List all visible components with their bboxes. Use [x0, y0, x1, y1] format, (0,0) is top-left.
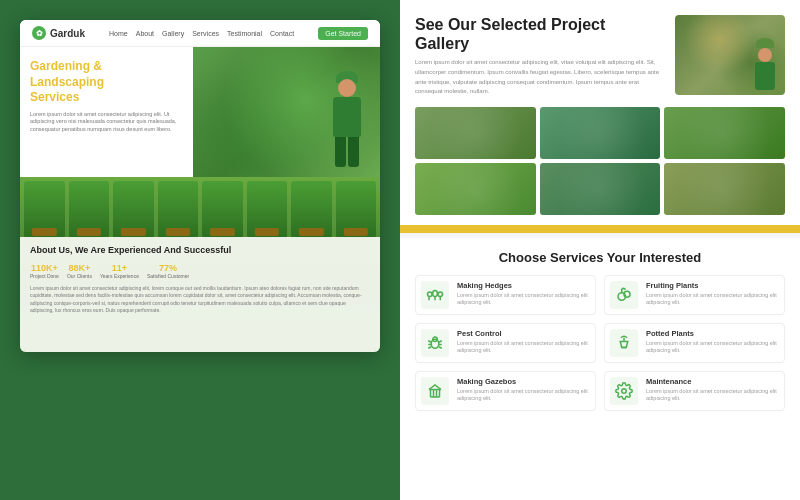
- gazebos-text: Making Gazebos Lorem ipsum dolor sit ame…: [457, 377, 590, 403]
- gallery-description: Lorem ipsum dolor sit amet consectetur a…: [415, 58, 663, 96]
- get-started-button[interactable]: Get Started: [318, 27, 368, 40]
- potted-text: Potted Plants Lorem ipsum dolor sit amet…: [646, 329, 779, 355]
- gallery-thumb-6[interactable]: [664, 163, 785, 215]
- stat-projects-number: 110K+: [30, 263, 59, 273]
- plant-pot-1: [24, 181, 65, 238]
- stat-clients-number: 88K+: [67, 263, 92, 273]
- gallery-section: See Our Selected Project Gallery Lorem i…: [400, 0, 800, 225]
- hero-section: Gardening & Landscaping Services Lorem i…: [20, 47, 380, 177]
- stat-satisfied-number: 77%: [147, 263, 189, 273]
- gardener-head: [338, 79, 356, 97]
- stat-clients-label: Our Clients: [67, 273, 92, 279]
- potted-desc: Lorem ipsum dolor sit amet consectetur a…: [646, 340, 779, 355]
- nav-about[interactable]: About: [136, 30, 154, 37]
- plant-pot-6: [247, 181, 288, 238]
- gardener-figure: [322, 67, 372, 177]
- hero-image: [193, 47, 380, 177]
- hero-title-line3: Services: [30, 90, 79, 104]
- maintenance-text: Maintenance Lorem ipsum dolor sit amet c…: [646, 377, 779, 403]
- nav-logo: ✿ Garduk: [32, 26, 85, 40]
- pest-text: Pest Control Lorem ipsum dolor sit amet …: [457, 329, 590, 355]
- about-section: About Us, We Are Experienced And Success…: [20, 177, 380, 352]
- pest-name: Pest Control: [457, 329, 590, 338]
- about-description: Lorem ipsum dolor sit amet consectetur a…: [30, 285, 370, 315]
- gallery-title: See Our Selected Project Gallery: [415, 15, 663, 53]
- maintenance-icon-wrap: [610, 377, 638, 405]
- svg-rect-1: [433, 290, 438, 296]
- services-grid: Making Hedges Lorem ipsum dolor sit amet…: [415, 275, 785, 411]
- website-mockup: ✿ Garduk Home About Gallery Services Tes…: [20, 20, 380, 352]
- gallery-thumb-2[interactable]: [540, 107, 661, 159]
- pot-icon: [615, 334, 633, 352]
- right-panel: See Our Selected Project Gallery Lorem i…: [400, 0, 800, 500]
- svg-line-13: [428, 347, 431, 349]
- hero-description: Lorem ipsum dolor sit amet consectetur a…: [30, 111, 183, 134]
- gallery-featured-image: [675, 15, 785, 95]
- gallery-thumb-5[interactable]: [540, 163, 661, 215]
- featured-gardener-head: [758, 48, 772, 62]
- plant-pot-8: [336, 181, 377, 238]
- fruits-desc: Lorem ipsum dolor sit amet consectetur a…: [646, 292, 779, 307]
- svg-line-11: [428, 341, 431, 343]
- stat-experience: 11+ Years Experience: [100, 263, 139, 279]
- logo-text: Garduk: [50, 28, 85, 39]
- stat-experience-number: 11+: [100, 263, 139, 273]
- gazebos-icon-wrap: [421, 377, 449, 405]
- gallery-thumb-3[interactable]: [664, 107, 785, 159]
- hedges-desc: Lorem ipsum dolor sit amet consectetur a…: [457, 292, 590, 307]
- featured-gardener-body: [755, 62, 775, 90]
- gazebos-desc: Lorem ipsum dolor sit amet consectetur a…: [457, 388, 590, 403]
- gardener-body: [333, 97, 361, 137]
- service-item-maintenance: Maintenance Lorem ipsum dolor sit amet c…: [604, 371, 785, 411]
- plant-pot-3: [113, 181, 154, 238]
- pest-desc: Lorem ipsum dolor sit amet consectetur a…: [457, 340, 590, 355]
- gallery-grid: [415, 107, 785, 215]
- hero-title-line2: Landscaping: [30, 75, 104, 89]
- hero-content: Gardening & Landscaping Services Lorem i…: [20, 47, 193, 177]
- stat-satisfied-label: Satisfied Customer: [147, 273, 189, 279]
- service-item-gazebos: Making Gazebos Lorem ipsum dolor sit ame…: [415, 371, 596, 411]
- hedges-text: Making Hedges Lorem ipsum dolor sit amet…: [457, 281, 590, 307]
- hedges-icon-wrap: [421, 281, 449, 309]
- hedge-icon: [426, 286, 444, 304]
- potted-name: Potted Plants: [646, 329, 779, 338]
- nav-testimonial[interactable]: Testimonial: [227, 30, 262, 37]
- nav-services[interactable]: Services: [192, 30, 219, 37]
- stats-row: 110K+ Project Done 88K+ Our Clients 11+ …: [30, 263, 370, 279]
- fruit-icon: [615, 286, 633, 304]
- hero-title-line1: Gardening &: [30, 59, 102, 73]
- service-item-fruits: Fruiting Plants Lorem ipsum dolor sit am…: [604, 275, 785, 315]
- svg-line-14: [439, 341, 442, 343]
- svg-line-16: [439, 347, 442, 349]
- nav-home[interactable]: Home: [109, 30, 128, 37]
- services-section: Choose Services Your Interested Making H…: [400, 238, 800, 500]
- services-title: Choose Services Your Interested: [415, 250, 785, 265]
- fruits-text: Fruiting Plants Lorem ipsum dolor sit am…: [646, 281, 779, 307]
- plant-pot-5: [202, 181, 243, 238]
- nav-gallery[interactable]: Gallery: [162, 30, 184, 37]
- gallery-header: See Our Selected Project Gallery Lorem i…: [415, 15, 785, 97]
- stat-satisfied: 77% Satisfied Customer: [147, 263, 189, 279]
- plant-pot-7: [291, 181, 332, 238]
- gallery-title-block: See Our Selected Project Gallery Lorem i…: [415, 15, 663, 97]
- gallery-thumb-1[interactable]: [415, 107, 536, 159]
- pest-icon-wrap: [421, 329, 449, 357]
- maintenance-name: Maintenance: [646, 377, 779, 386]
- service-item-potted: Potted Plants Lorem ipsum dolor sit amet…: [604, 323, 785, 363]
- stat-clients: 88K+ Our Clients: [67, 263, 92, 279]
- nav-contact[interactable]: Contact: [270, 30, 294, 37]
- gallery-thumb-4[interactable]: [415, 163, 536, 215]
- left-panel: ✿ Garduk Home About Gallery Services Tes…: [0, 0, 400, 500]
- fruits-icon-wrap: [610, 281, 638, 309]
- svg-rect-2: [438, 292, 443, 297]
- pest-icon: [426, 334, 444, 352]
- about-content: About Us, We Are Experienced And Success…: [20, 237, 380, 352]
- gazebo-icon: [426, 382, 444, 400]
- service-item-hedges: Making Hedges Lorem ipsum dolor sit amet…: [415, 275, 596, 315]
- hero-title: Gardening & Landscaping Services: [30, 59, 183, 106]
- featured-gardener: [755, 38, 775, 90]
- service-item-pest: Pest Control Lorem ipsum dolor sit amet …: [415, 323, 596, 363]
- maintenance-icon: [615, 382, 633, 400]
- gardener-right-leg: [348, 137, 359, 167]
- stat-projects: 110K+ Project Done: [30, 263, 59, 279]
